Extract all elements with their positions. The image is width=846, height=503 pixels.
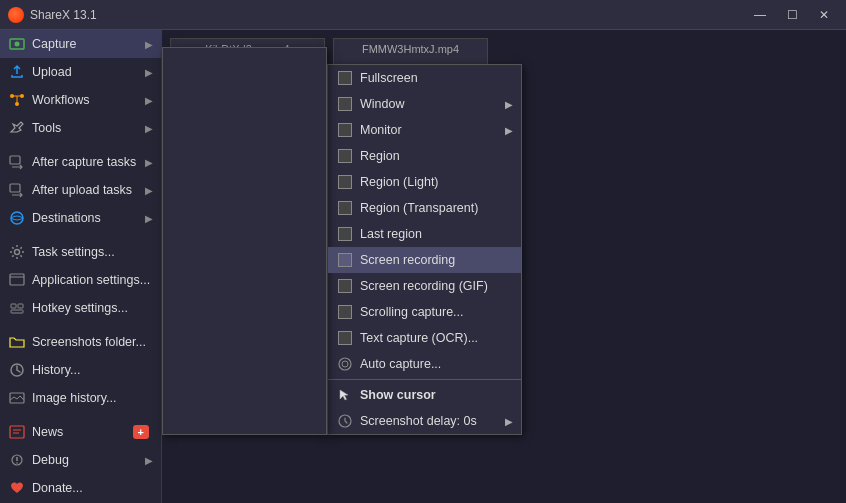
history-icon <box>8 361 26 379</box>
sidebar-item-capture-label: Capture <box>32 37 145 51</box>
workflows-icon <box>8 91 26 109</box>
menu-item-window-label: Window <box>360 97 505 111</box>
debug-icon <box>8 451 26 469</box>
svg-rect-15 <box>11 310 23 313</box>
sidebar-item-after-upload-label: After upload tasks <box>32 183 145 197</box>
window-icon <box>336 95 354 113</box>
menu-item-screenshot-delay-label: Screenshot delay: 0s <box>360 414 505 428</box>
sidebar-item-news-label: News <box>32 425 133 439</box>
svg-point-23 <box>16 462 18 464</box>
sidebar-item-donate-label: Donate... <box>32 481 153 495</box>
sidebar-item-upload-label: Upload <box>32 65 145 79</box>
sidebar-item-news[interactable]: News + <box>0 418 161 446</box>
screenshot-delay-icon <box>336 412 354 430</box>
capture-submenu[interactable]: Fullscreen Window ▶ Monitor ▶ Regio <box>327 64 522 435</box>
maximize-button[interactable]: ☐ <box>778 5 806 25</box>
window-arrow: ▶ <box>505 99 513 110</box>
close-button[interactable]: ✕ <box>810 5 838 25</box>
sidebar-item-history[interactable]: History... <box>0 356 161 384</box>
news-icon <box>8 423 26 441</box>
after-upload-icon <box>8 181 26 199</box>
minimize-button[interactable]: — <box>746 5 774 25</box>
sidebar-item-image-history[interactable]: Image history... <box>0 384 161 412</box>
region-transparent-icon <box>336 199 354 217</box>
capture-icon <box>8 35 26 53</box>
sidebar-item-screenshots-folder[interactable]: Screenshots folder... <box>0 328 161 356</box>
svg-rect-13 <box>11 304 16 308</box>
sidebar-item-app-settings-label: Application settings... <box>32 273 153 287</box>
upload-icon <box>8 63 26 81</box>
app-icon <box>8 7 24 23</box>
sidebar-item-destinations-label: Destinations <box>32 211 145 225</box>
tools-arrow: ▶ <box>145 123 153 134</box>
menu-item-fullscreen[interactable]: Fullscreen <box>328 65 521 91</box>
menu-item-screen-recording[interactable]: Screen recording <box>328 247 521 273</box>
capture-arrow: ▶ <box>145 39 153 50</box>
menu-item-last-region[interactable]: Last region <box>328 221 521 247</box>
menu-item-region-light[interactable]: Region (Light) <box>328 169 521 195</box>
destinations-icon <box>8 209 26 227</box>
tools-icon <box>8 119 26 137</box>
title-bar-buttons: — ☐ ✕ <box>746 5 838 25</box>
text-capture-icon <box>336 329 354 347</box>
menu-item-screenshot-delay[interactable]: Screenshot delay: 0s ▶ <box>328 408 521 434</box>
menu-item-region[interactable]: Region <box>328 143 521 169</box>
region-light-icon <box>336 173 354 191</box>
sidebar-item-task-settings-label: Task settings... <box>32 245 153 259</box>
content-area: KjbDtXd3uw.mp4 FMMW3HmtxJ.mp4 <box>162 30 846 503</box>
screen-recording-gif-icon <box>336 277 354 295</box>
sidebar-item-tools-label: Tools <box>32 121 145 135</box>
menu-item-fullscreen-label: Fullscreen <box>360 71 513 85</box>
menu-item-auto-capture[interactable]: Auto capture... <box>328 351 521 377</box>
sidebar: Capture ▶ Upload ▶ Workflows ▶ <box>0 30 162 503</box>
auto-capture-icon <box>336 355 354 373</box>
sidebar-item-after-upload[interactable]: After upload tasks ▶ <box>0 176 161 204</box>
sidebar-item-image-history-label: Image history... <box>32 391 153 405</box>
menu-item-scrolling-capture[interactable]: Scrolling capture... <box>328 299 521 325</box>
sidebar-item-history-label: History... <box>32 363 153 377</box>
menu-item-show-cursor[interactable]: Show cursor <box>328 382 521 408</box>
monitor-arrow: ▶ <box>505 125 513 136</box>
sidebar-item-workflows[interactable]: Workflows ▶ <box>0 86 161 114</box>
menu-item-region-label: Region <box>360 149 513 163</box>
menu-item-region-transparent-label: Region (Transparent) <box>360 201 513 215</box>
sidebar-item-after-capture-label: After capture tasks <box>32 155 145 169</box>
dropdown-overlay: Fullscreen Window ▶ Monitor ▶ Regio <box>162 30 846 503</box>
show-cursor-icon <box>336 386 354 404</box>
svg-rect-18 <box>10 426 24 438</box>
menu-item-screen-recording-gif[interactable]: Screen recording (GIF) <box>328 273 521 299</box>
upload-arrow: ▶ <box>145 67 153 78</box>
sidebar-item-upload[interactable]: Upload ▶ <box>0 58 161 86</box>
menu-sep-1 <box>328 379 521 380</box>
svg-point-10 <box>15 250 20 255</box>
monitor-icon <box>336 121 354 139</box>
screenshot-delay-arrow: ▶ <box>505 416 513 427</box>
news-badge: + <box>133 425 149 439</box>
sidebar-item-debug-label: Debug <box>32 453 145 467</box>
sidebar-item-destinations[interactable]: Destinations ▶ <box>0 204 161 232</box>
menu-item-region-transparent[interactable]: Region (Transparent) <box>328 195 521 221</box>
title-bar-text: ShareX 13.1 <box>30 8 746 22</box>
sidebar-item-hotkey-settings[interactable]: Hotkey settings... <box>0 294 161 322</box>
region-icon <box>336 147 354 165</box>
workflows-arrow: ▶ <box>145 95 153 106</box>
menu-item-text-capture[interactable]: Text capture (OCR)... <box>328 325 521 351</box>
svg-rect-8 <box>10 184 20 192</box>
sidebar-item-after-capture[interactable]: After capture tasks ▶ <box>0 148 161 176</box>
sidebar-item-tools[interactable]: Tools ▶ <box>0 114 161 142</box>
sidebar-item-task-settings[interactable]: Task settings... <box>0 238 161 266</box>
sidebar-item-capture[interactable]: Capture ▶ <box>0 30 161 58</box>
debug-arrow: ▶ <box>145 455 153 466</box>
menu-item-screen-recording-gif-label: Screen recording (GIF) <box>360 279 513 293</box>
menu-item-monitor[interactable]: Monitor ▶ <box>328 117 521 143</box>
sidebar-item-donate[interactable]: Donate... <box>0 474 161 502</box>
scrolling-capture-icon <box>336 303 354 321</box>
screen-recording-icon <box>336 251 354 269</box>
menu-item-window[interactable]: Window ▶ <box>328 91 521 117</box>
image-history-icon <box>8 389 26 407</box>
sidebar-item-app-settings[interactable]: Application settings... <box>0 266 161 294</box>
fullscreen-icon <box>336 69 354 87</box>
menu-item-screen-recording-label: Screen recording <box>360 253 513 267</box>
app-settings-icon <box>8 271 26 289</box>
sidebar-item-debug[interactable]: Debug ▶ <box>0 446 161 474</box>
